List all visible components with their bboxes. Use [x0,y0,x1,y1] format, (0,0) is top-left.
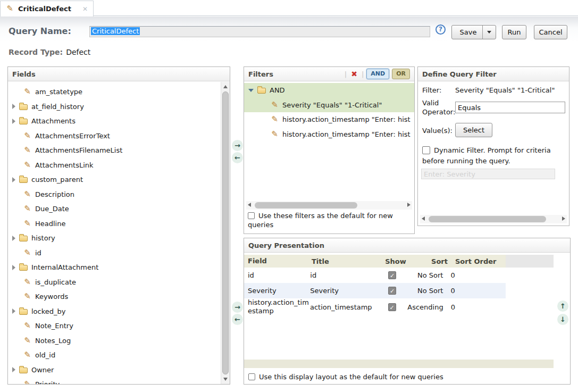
tree-item[interactable]: Note_Entry [8,319,221,333]
tree-item[interactable]: Owner [8,363,221,378]
tree-item[interactable]: AttachmentsErrorText [8,129,221,144]
expand-icon[interactable] [12,104,15,109]
cell-title: Severity [310,287,376,295]
tree-item[interactable]: Headline [8,216,221,231]
table-row[interactable]: id id ✓ No Sort 0 [244,268,506,283]
folder-icon [19,265,28,271]
cell-sort[interactable]: Ascending [407,303,443,311]
scroll-left-icon[interactable] [248,203,251,207]
tree-item[interactable]: Priority [8,377,221,384]
tree-item[interactable]: old_id [8,348,221,363]
expand-icon[interactable] [12,177,15,182]
folder-icon [19,368,28,373]
layout-default-checkbox[interactable] [248,373,255,380]
tree-item[interactable]: Due_Date [8,202,221,216]
remove-filter-arrow-button[interactable]: ← [232,152,243,163]
expand-icon[interactable] [12,367,15,372]
tree-item[interactable]: InternalAttachment [8,260,221,275]
scroll-up-icon[interactable] [223,85,228,88]
cancel-button[interactable]: Cancel [534,25,567,39]
remove-display-field-arrow-button[interactable]: ← [232,314,243,325]
collapse-icon[interactable] [248,89,254,92]
move-up-button[interactable]: ↑ [557,301,568,312]
horizontal-scrollbar[interactable] [246,201,412,210]
add-filter-arrow-button[interactable]: → [232,140,243,151]
tree-item-label: Note_Entry [35,322,73,330]
expand-icon[interactable] [12,119,15,124]
help-icon[interactable]: ? [435,24,446,35]
tree-item-filter[interactable]: history.action_timestamp "Enter: hist [244,127,414,142]
scroll-right-icon[interactable] [562,216,565,221]
show-checkbox[interactable]: ✓ [388,303,396,311]
close-icon[interactable]: ✕ [82,5,88,13]
delete-filter-icon[interactable]: ✖ [351,70,357,78]
tree-item-label: is_duplicate [35,278,76,286]
scroll-left-icon[interactable] [422,216,425,221]
cell-sort-order[interactable]: 0 [443,271,506,279]
cell-field: Severity [244,287,310,295]
tree-item-label: Attachments [31,117,76,125]
fields-panel-title: Fields [12,70,36,78]
dynamic-filter-checkbox[interactable] [422,146,430,154]
define-panel-title: Define Query Filter [422,70,497,78]
tree-item-label: locked_by [31,307,65,315]
scroll-right-icon[interactable] [407,203,411,207]
pencil-icon [271,130,279,138]
and-button[interactable]: AND [366,69,389,79]
pencil-icon [271,101,279,109]
cell-sort[interactable]: No Sort [408,287,443,295]
add-display-field-arrow-button[interactable]: → [232,302,243,313]
filters-default-checkbox[interactable] [248,212,255,219]
column-header-field: Field [244,257,312,265]
select-button[interactable]: Select [455,123,492,137]
tree-item[interactable]: Notes_Log [8,333,221,348]
tree-item[interactable]: is_duplicate [8,275,221,290]
record-type-label: Record Type: [9,48,63,56]
run-button[interactable]: Run [502,25,526,39]
tree-item[interactable]: custom_parent [8,172,221,187]
show-checkbox[interactable]: ✓ [388,287,396,295]
pencil-icon [23,161,31,169]
tree-item-and[interactable]: AND [244,83,414,98]
tree-item[interactable]: locked_by [8,304,221,319]
tree-item[interactable]: Attachments [8,114,221,129]
table-row[interactable]: history.action_timestamp action_timestam… [244,298,506,315]
scrollbar-thumb[interactable] [255,202,357,208]
or-button[interactable]: OR [392,69,410,79]
scrollbar-thumb[interactable] [429,216,546,222]
folder-icon [257,88,266,94]
tree-item[interactable]: id [8,246,221,261]
save-button[interactable]: Save [452,26,482,39]
pencil-icon [23,190,31,198]
query-name-input[interactable]: CriticalDefect [89,26,430,37]
expand-icon[interactable] [12,236,15,241]
move-down-button[interactable]: ↓ [557,314,568,325]
tree-item-filter[interactable]: Severity "Equals" "1-Critical" [244,98,414,113]
cell-sort-order[interactable]: 0 [443,287,506,295]
tree-item-filter[interactable]: history.action_timestamp "Enter: hist [244,112,414,127]
tab-criticaldefect[interactable]: CriticalDefect ✕ [0,1,94,16]
vertical-scrollbar[interactable] [221,82,230,384]
pencil-icon [6,5,14,13]
tree-item[interactable]: AttachmentsFilenameList [8,143,221,158]
cell-sort-order[interactable]: 0 [443,303,506,311]
tree-item[interactable]: Keywords [8,289,221,304]
expand-icon[interactable] [12,265,15,270]
tree-item[interactable]: history [8,231,221,246]
save-dropdown-button[interactable] [482,26,496,39]
tree-item[interactable]: at_field_history [8,99,221,114]
tree-item-label: AttachmentsLink [35,161,94,169]
filters-panel-title: Filters [248,70,273,78]
expand-icon[interactable] [12,308,15,314]
tree-item[interactable]: am_statetype [8,85,221,99]
table-row[interactable]: Severity Severity ✓ No Sort 0 [244,283,506,298]
horizontal-scrollbar[interactable] [420,215,567,223]
scroll-down-icon[interactable] [223,378,228,381]
show-checkbox[interactable]: ✓ [388,271,396,279]
tree-item[interactable]: Description [8,187,221,202]
tree-item[interactable]: AttachmentsLink [8,158,221,173]
cell-sort[interactable]: No Sort [408,271,443,279]
save-split-button: Save [451,25,496,39]
scrollbar-thumb[interactable] [222,91,229,374]
operator-input[interactable] [455,102,565,113]
